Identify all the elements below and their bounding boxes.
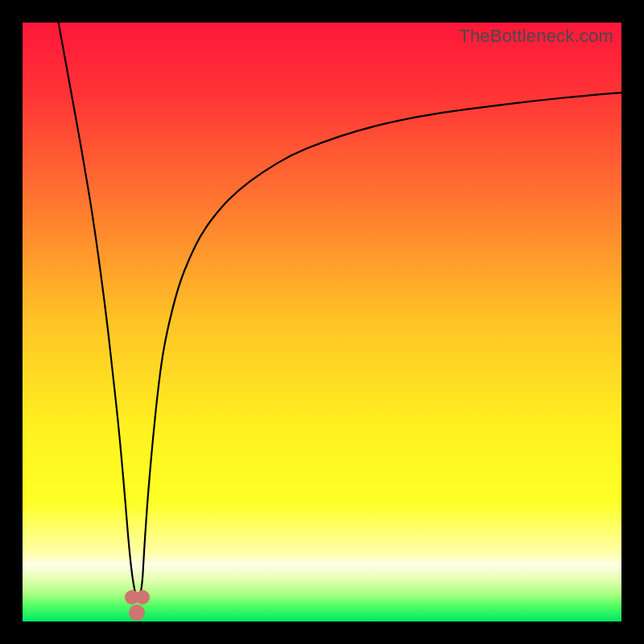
curve-layer: [23, 23, 621, 621]
plot-area: TheBottleneck.com: [23, 23, 621, 621]
bottleneck-curve: [59, 23, 621, 599]
outer-frame: TheBottleneck.com: [0, 0, 644, 644]
marker-valley-bottom: [129, 605, 145, 621]
marker-valley-right: [135, 590, 150, 605]
